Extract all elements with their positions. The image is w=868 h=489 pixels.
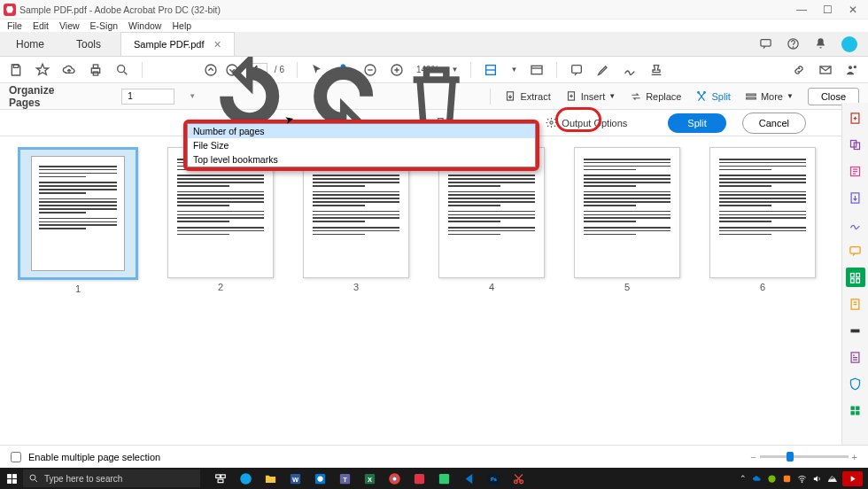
fit-dropdown-icon[interactable]: ▼ xyxy=(510,66,517,74)
tray-chevron-icon[interactable]: ⌃ xyxy=(740,474,747,483)
share-people-icon[interactable] xyxy=(845,63,859,77)
taskbar-task-view-icon[interactable] xyxy=(209,469,232,488)
page-thumbnail-5[interactable] xyxy=(574,147,680,278)
comment-bubble-icon[interactable] xyxy=(759,37,772,50)
rail-more-tools-icon[interactable] xyxy=(846,400,865,420)
svg-rect-36 xyxy=(856,278,860,282)
page-thumbnail-1[interactable] xyxy=(18,147,138,280)
close-tab-icon[interactable]: ✕ xyxy=(213,39,221,50)
taskbar-snip-icon[interactable] xyxy=(507,469,530,488)
rail-redact-icon[interactable] xyxy=(846,321,865,340)
thumb-label-1: 1 xyxy=(75,283,81,294)
tray-wifi-icon[interactable] xyxy=(797,474,807,484)
tray-mountains-icon[interactable]: ⛰ xyxy=(827,473,837,484)
save-icon[interactable] xyxy=(9,63,23,77)
system-tray[interactable]: ⌃ ⛰ xyxy=(740,471,868,486)
maximize-button[interactable]: ☐ xyxy=(823,4,833,16)
user-avatar[interactable] xyxy=(841,36,857,52)
svg-rect-42 xyxy=(851,411,855,415)
taskbar-word-icon[interactable]: W xyxy=(283,469,306,488)
taskbar-chrome-icon[interactable] xyxy=(383,469,406,488)
taskbar-scan-icon[interactable] xyxy=(432,469,455,488)
organize-page-input[interactable] xyxy=(121,89,174,105)
mail-icon[interactable] xyxy=(818,63,833,77)
fit-width-icon[interactable] xyxy=(484,63,498,77)
svg-rect-41 xyxy=(856,406,859,409)
sign-icon[interactable] xyxy=(623,63,637,77)
search-icon[interactable] xyxy=(115,63,129,77)
output-options-button[interactable]: Output Options xyxy=(546,117,627,128)
dropdown-option-number-of-pages[interactable]: Number of pages xyxy=(188,124,535,138)
menu-view[interactable]: View xyxy=(59,20,80,31)
read-mode-icon[interactable] xyxy=(530,63,544,77)
tab-document[interactable]: Sample PDF.pdf ✕ xyxy=(120,32,234,56)
rail-edit-pdf-icon[interactable] xyxy=(846,161,865,181)
insert-button[interactable]: Insert ▼ xyxy=(565,90,616,103)
thumbnail-zoom-slider[interactable]: − + xyxy=(750,452,857,462)
taskbar-photoshop-icon[interactable]: Ps xyxy=(482,469,505,488)
highlight-icon[interactable] xyxy=(596,63,610,77)
rail-comment-icon[interactable] xyxy=(846,241,865,260)
enable-multi-select-checkbox[interactable] xyxy=(11,452,21,462)
menu-window[interactable]: Window xyxy=(128,20,161,31)
tray-onedrive-icon[interactable] xyxy=(752,474,762,484)
svg-rect-32 xyxy=(850,246,860,253)
start-button[interactable] xyxy=(0,468,23,489)
rail-export-icon[interactable] xyxy=(846,188,865,207)
rail-form-icon[interactable] xyxy=(846,347,865,367)
tab-tools[interactable]: Tools xyxy=(60,32,117,56)
page-thumbnail-6[interactable] xyxy=(709,147,816,278)
document-tabs-row: Home Tools Sample PDF.pdf ✕ xyxy=(0,32,868,57)
rail-compress-icon[interactable] xyxy=(846,294,865,314)
cloud-upload-icon[interactable] xyxy=(62,63,76,77)
help-icon[interactable] xyxy=(787,37,800,50)
rail-combine-icon[interactable] xyxy=(846,135,865,154)
close-window-button[interactable]: ✕ xyxy=(849,4,857,16)
tray-volume-icon[interactable] xyxy=(812,474,822,484)
print-icon[interactable] xyxy=(89,63,103,77)
split-tool-button[interactable]: Split xyxy=(695,90,730,103)
rail-sign-icon[interactable] xyxy=(846,214,865,234)
youtube-subscribe-badge[interactable] xyxy=(842,471,863,486)
tray-geforce-icon[interactable] xyxy=(767,474,777,484)
menu-help[interactable]: Help xyxy=(172,20,191,31)
svg-rect-33 xyxy=(851,273,855,276)
organize-page-dropdown-icon[interactable]: ▼ xyxy=(189,92,196,100)
taskbar-adobe-icon[interactable] xyxy=(407,469,430,488)
note-icon[interactable] xyxy=(570,63,584,77)
more-button[interactable]: More ▼ xyxy=(745,90,794,103)
svg-text:Ps: Ps xyxy=(491,477,497,482)
dropdown-option-file-size[interactable]: File Size xyxy=(188,138,535,152)
dropdown-option-top-bookmarks[interactable]: Top level bookmarks xyxy=(188,152,535,167)
extract-button[interactable]: Extract xyxy=(504,90,550,103)
rail-create-pdf-icon[interactable] xyxy=(846,108,865,128)
menu-esign[interactable]: E-Sign xyxy=(90,20,119,31)
svg-rect-50 xyxy=(221,475,226,478)
split-confirm-button[interactable]: Split xyxy=(668,113,725,133)
taskbar-excel-icon[interactable]: X xyxy=(358,469,381,488)
replace-button[interactable]: Replace xyxy=(630,90,681,103)
stamp-icon[interactable] xyxy=(649,63,663,77)
link-icon[interactable] xyxy=(792,63,806,77)
bell-icon[interactable] xyxy=(814,37,827,50)
taskbar-search[interactable]: Type here to search xyxy=(23,470,200,487)
taskbar-teams-icon[interactable]: T xyxy=(333,469,356,488)
svg-point-2 xyxy=(793,47,794,48)
rail-organize-icon[interactable] xyxy=(846,268,865,287)
svg-rect-23 xyxy=(747,97,756,99)
svg-rect-3 xyxy=(13,65,18,67)
taskbar-vscode-icon[interactable] xyxy=(457,469,480,488)
split-cancel-button[interactable]: Cancel xyxy=(742,113,806,134)
svg-rect-34 xyxy=(856,273,860,276)
rail-protect-icon[interactable] xyxy=(846,374,865,393)
svg-point-52 xyxy=(240,473,252,485)
star-icon[interactable] xyxy=(35,63,50,77)
minimize-button[interactable]: — xyxy=(796,4,807,16)
menu-file[interactable]: File xyxy=(7,20,22,31)
menu-edit[interactable]: Edit xyxy=(33,20,49,31)
taskbar-outlook-icon[interactable] xyxy=(308,469,331,488)
taskbar-explorer-icon[interactable] xyxy=(259,469,282,488)
tray-camtasia-icon[interactable] xyxy=(782,474,792,484)
tab-home[interactable]: Home xyxy=(0,32,60,56)
taskbar-edge-icon[interactable] xyxy=(234,469,257,488)
